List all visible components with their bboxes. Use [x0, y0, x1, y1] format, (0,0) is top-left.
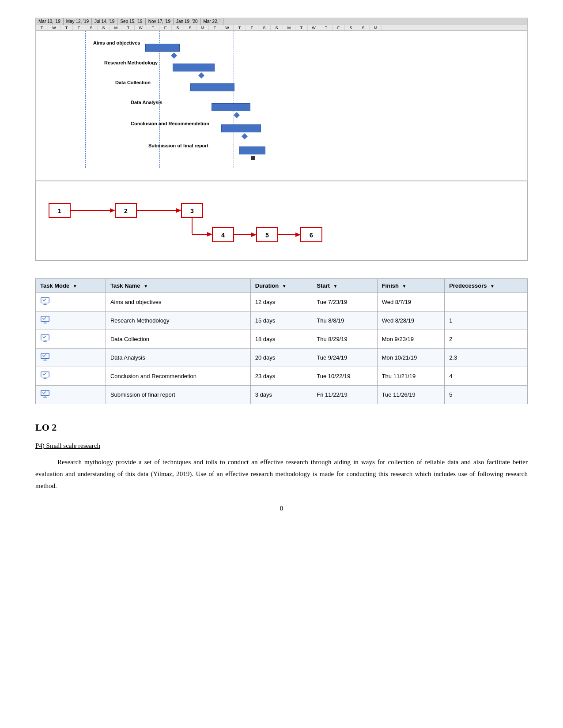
task-mode-cell — [36, 311, 106, 330]
svg-text:1: 1 — [58, 207, 61, 214]
day-cell: T — [36, 25, 48, 30]
gantt-chart: Mar 10, '19 May 12, '19 Jul 14, '19 Sep … — [35, 18, 528, 181]
day-cell: T — [147, 25, 159, 30]
day-cell: M — [370, 25, 382, 30]
gantt-body: Aims and objectives Research Methodology… — [36, 31, 527, 168]
day-cell: T — [234, 25, 246, 30]
task-start-cell: Thu 8/8/19 — [312, 311, 377, 330]
day-cell: T — [209, 25, 221, 30]
milestone-submission — [251, 156, 255, 160]
task-mode-icon — [40, 352, 50, 362]
svg-marker-20 — [295, 233, 301, 237]
th-start-arrow: ▼ — [333, 284, 338, 289]
task-name-cell: Research Methodology — [106, 311, 250, 330]
month-cell: Jan 19, '20 — [174, 18, 201, 25]
task-duration-cell: 20 days — [250, 349, 312, 367]
svg-text:2: 2 — [124, 207, 128, 214]
day-cell: T — [295, 25, 308, 30]
day-cell: S — [98, 25, 110, 30]
milestone-aims — [171, 53, 177, 59]
day-cell: W — [308, 25, 320, 30]
day-cell: S — [357, 25, 370, 30]
task-mode-icon — [40, 334, 50, 343]
svg-text:3: 3 — [190, 207, 194, 214]
task-mode-icon — [40, 389, 50, 399]
th-duration-label: Duration — [255, 282, 279, 289]
day-cell: W — [221, 25, 234, 30]
task-mode-cell — [36, 330, 106, 349]
task-start-cell: Thu 8/29/19 — [312, 330, 377, 349]
network-svg: 1 2 3 4 5 6 — [45, 186, 345, 254]
task-start-cell: Tue 10/22/19 — [312, 367, 377, 386]
th-finish-label: Finish — [382, 282, 399, 289]
task-label-submission: Submission of final report — [148, 143, 208, 148]
svg-rect-38 — [41, 390, 49, 396]
svg-rect-35 — [41, 372, 49, 377]
day-cell: S — [172, 25, 184, 30]
table-row: Data Analysis20 daysTue 9/24/19Mon 10/21… — [36, 349, 528, 367]
table-row: Conclusion and Recommendetion23 daysTue … — [36, 367, 528, 386]
task-start-cell: Fri 11/22/19 — [312, 386, 377, 404]
th-duration[interactable]: Duration ▼ — [250, 279, 312, 293]
dashed-line-1 — [85, 31, 86, 168]
task-duration-cell: 12 days — [250, 293, 312, 311]
dashed-line-4 — [308, 31, 308, 168]
task-bar-research — [173, 64, 215, 71]
day-cell: M — [283, 25, 295, 30]
th-predecessors-arrow: ▼ — [490, 284, 495, 289]
th-task-mode-label: Task Mode — [40, 282, 69, 289]
day-cell: M — [196, 25, 209, 30]
svg-text:5: 5 — [265, 232, 269, 239]
task-name-cell: Aims and objectives — [106, 293, 250, 311]
gantt-month-header: Mar 10, '19 May 12, '19 Jul 14, '19 Sep … — [36, 18, 527, 25]
gantt-day-header: T W T F S S M T W T F S S M T W T F S S … — [36, 25, 527, 31]
svg-rect-32 — [41, 353, 49, 359]
svg-marker-16 — [251, 233, 257, 237]
month-cell: Nov 17, '19 — [146, 18, 174, 25]
milestone-analysis — [234, 112, 240, 118]
task-finish-cell: Tue 11/26/19 — [377, 386, 444, 404]
th-start-label: Start — [317, 282, 330, 289]
day-cell: M — [110, 25, 122, 30]
task-mode-cell — [36, 349, 106, 367]
month-cell: Jul 14, '19 — [92, 18, 117, 25]
task-duration-cell: 23 days — [250, 367, 312, 386]
day-cell: F — [246, 25, 258, 30]
day-cell: F — [333, 25, 345, 30]
task-table: Task Mode ▼ Task Name ▼ Duration ▼ Start… — [35, 278, 528, 404]
task-name-cell: Data Collection — [106, 330, 250, 349]
task-predecessors-cell: 4 — [445, 367, 528, 386]
day-cell: S — [184, 25, 196, 30]
th-predecessors[interactable]: Predecessors ▼ — [445, 279, 528, 293]
day-cell: T — [60, 25, 73, 30]
task-bar-collection — [190, 83, 234, 91]
task-bar-analysis — [212, 103, 250, 111]
task-name-cell: Data Analysis — [106, 349, 250, 367]
day-cell: S — [345, 25, 357, 30]
task-finish-cell: Wed 8/7/19 — [377, 293, 444, 311]
th-task-mode[interactable]: Task Mode ▼ — [36, 279, 106, 293]
lo2-section: LO 2 P4) Small scale research Research m… — [35, 422, 528, 492]
th-task-name[interactable]: Task Name ▼ — [106, 279, 250, 293]
task-mode-icon — [40, 296, 50, 306]
p4-heading: P4) Small scale research — [35, 442, 528, 450]
task-mode-icon — [40, 371, 50, 380]
task-label-research: Research Methodology — [104, 60, 158, 65]
svg-rect-26 — [41, 316, 49, 322]
svg-marker-12 — [207, 232, 212, 236]
lo2-heading: LO 2 — [35, 422, 528, 433]
task-predecessors-cell: 2,3 — [445, 349, 528, 367]
task-bar-aims — [145, 44, 180, 52]
th-task-name-label: Task Name — [110, 282, 140, 289]
th-finish[interactable]: Finish ▼ — [377, 279, 444, 293]
task-predecessors-cell — [445, 293, 528, 311]
th-start[interactable]: Start ▼ — [312, 279, 377, 293]
day-cell: W — [135, 25, 147, 30]
day-cell: S — [85, 25, 98, 30]
th-task-name-arrow: ▼ — [144, 284, 148, 289]
svg-rect-29 — [41, 335, 49, 340]
task-label-conclusion: Conclusion and Recommendetion — [131, 121, 209, 126]
svg-text:6: 6 — [310, 232, 313, 239]
task-label-aims: Aims and objectives — [93, 40, 140, 45]
day-cell: T — [122, 25, 135, 30]
